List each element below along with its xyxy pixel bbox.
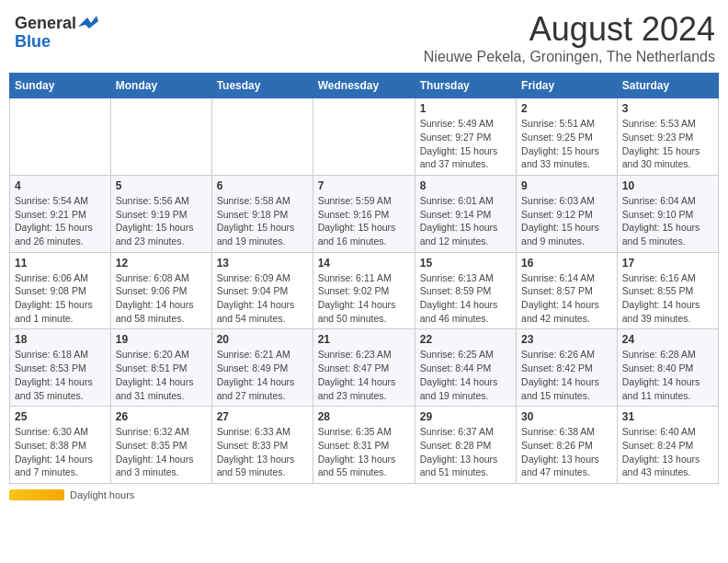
- calendar-cell: 20Sunrise: 6:21 AM Sunset: 8:49 PM Dayli…: [211, 329, 313, 407]
- day-info: Sunrise: 6:16 AM Sunset: 8:55 PM Dayligh…: [622, 271, 713, 326]
- day-number: 15: [420, 257, 511, 270]
- page-subtitle: Nieuwe Pekela, Groningen, The Netherland…: [424, 49, 715, 65]
- day-number: 31: [622, 410, 713, 423]
- title-area: August 2024 Nieuwe Pekela, Groningen, Th…: [424, 9, 719, 65]
- week-row-2: 4Sunrise: 5:54 AM Sunset: 9:21 PM Daylig…: [10, 175, 719, 252]
- calendar-cell: 2Sunrise: 5:51 AM Sunset: 9:25 PM Daylig…: [517, 98, 618, 176]
- calendar-cell: 21Sunrise: 6:23 AM Sunset: 8:47 PM Dayli…: [313, 329, 415, 407]
- calendar-cell: [313, 98, 415, 176]
- day-info: Sunrise: 6:01 AM Sunset: 9:14 PM Dayligh…: [420, 194, 511, 248]
- weekday-header-tuesday: Tuesday: [211, 74, 313, 98]
- calendar-cell: 7Sunrise: 5:59 AM Sunset: 9:16 PM Daylig…: [313, 175, 415, 252]
- calendar-cell: 28Sunrise: 6:35 AM Sunset: 8:31 PM Dayli…: [313, 407, 415, 484]
- day-number: 29: [420, 410, 511, 423]
- day-number: 14: [318, 257, 410, 270]
- day-info: Sunrise: 5:54 AM Sunset: 9:21 PM Dayligh…: [15, 194, 106, 248]
- day-info: Sunrise: 5:51 AM Sunset: 9:25 PM Dayligh…: [521, 117, 612, 171]
- weekday-header-wednesday: Wednesday: [313, 74, 415, 98]
- calendar-cell: 30Sunrise: 6:38 AM Sunset: 8:26 PM Dayli…: [517, 407, 618, 484]
- day-info: Sunrise: 6:40 AM Sunset: 8:24 PM Dayligh…: [622, 425, 713, 479]
- day-info: Sunrise: 6:13 AM Sunset: 8:59 PM Dayligh…: [420, 271, 511, 326]
- calendar-cell: 9Sunrise: 6:03 AM Sunset: 9:12 PM Daylig…: [517, 175, 618, 252]
- day-number: 24: [622, 333, 713, 346]
- day-number: 7: [318, 179, 410, 192]
- calendar-cell: 22Sunrise: 6:25 AM Sunset: 8:44 PM Dayli…: [415, 329, 516, 407]
- week-row-4: 18Sunrise: 6:18 AM Sunset: 8:53 PM Dayli…: [10, 329, 719, 407]
- day-info: Sunrise: 6:21 AM Sunset: 8:49 PM Dayligh…: [217, 348, 308, 402]
- svg-marker-0: [78, 16, 98, 29]
- weekday-header-friday: Friday: [517, 74, 618, 98]
- day-info: Sunrise: 5:56 AM Sunset: 9:19 PM Dayligh…: [116, 194, 207, 248]
- day-info: Sunrise: 6:09 AM Sunset: 9:04 PM Dayligh…: [217, 271, 308, 326]
- weekday-header-sunday: Sunday: [10, 74, 111, 98]
- calendar-cell: 1Sunrise: 5:49 AM Sunset: 9:27 PM Daylig…: [415, 98, 516, 176]
- calendar-cell: 5Sunrise: 5:56 AM Sunset: 9:19 PM Daylig…: [110, 175, 211, 252]
- calendar-cell: 29Sunrise: 6:37 AM Sunset: 8:28 PM Dayli…: [415, 407, 516, 484]
- week-row-1: 1Sunrise: 5:49 AM Sunset: 9:27 PM Daylig…: [10, 98, 719, 176]
- day-info: Sunrise: 6:11 AM Sunset: 9:02 PM Dayligh…: [318, 271, 410, 326]
- logo-blue: Blue: [15, 33, 51, 52]
- day-info: Sunrise: 6:20 AM Sunset: 8:51 PM Dayligh…: [116, 348, 207, 402]
- calendar-cell: 23Sunrise: 6:26 AM Sunset: 8:42 PM Dayli…: [517, 329, 618, 407]
- day-info: Sunrise: 6:08 AM Sunset: 9:06 PM Dayligh…: [116, 271, 207, 326]
- day-number: 8: [420, 179, 511, 192]
- day-info: Sunrise: 6:26 AM Sunset: 8:42 PM Dayligh…: [521, 348, 612, 402]
- day-number: 12: [116, 257, 207, 270]
- day-info: Sunrise: 6:33 AM Sunset: 8:33 PM Dayligh…: [217, 425, 308, 479]
- calendar-cell: 17Sunrise: 6:16 AM Sunset: 8:55 PM Dayli…: [617, 252, 718, 329]
- day-number: 6: [217, 179, 308, 192]
- day-info: Sunrise: 5:53 AM Sunset: 9:23 PM Dayligh…: [622, 117, 713, 171]
- day-number: 27: [217, 410, 308, 423]
- weekday-header-thursday: Thursday: [415, 74, 516, 98]
- weekday-header-row: SundayMondayTuesdayWednesdayThursdayFrid…: [10, 74, 719, 98]
- week-row-3: 11Sunrise: 6:06 AM Sunset: 9:08 PM Dayli…: [10, 252, 719, 329]
- day-info: Sunrise: 6:23 AM Sunset: 8:47 PM Dayligh…: [318, 348, 410, 402]
- calendar-cell: 19Sunrise: 6:20 AM Sunset: 8:51 PM Dayli…: [110, 329, 211, 407]
- day-info: Sunrise: 6:32 AM Sunset: 8:35 PM Dayligh…: [116, 425, 207, 479]
- day-number: 23: [521, 333, 612, 346]
- calendar-cell: 11Sunrise: 6:06 AM Sunset: 9:08 PM Dayli…: [10, 252, 111, 329]
- day-number: 16: [521, 257, 612, 270]
- day-number: 22: [420, 333, 511, 346]
- logo-bird-icon: [78, 16, 98, 30]
- day-number: 11: [15, 257, 106, 270]
- calendar-cell: 12Sunrise: 6:08 AM Sunset: 9:06 PM Dayli…: [110, 252, 211, 329]
- calendar-cell: 16Sunrise: 6:14 AM Sunset: 8:57 PM Dayli…: [517, 252, 618, 329]
- calendar-cell: 25Sunrise: 6:30 AM Sunset: 8:38 PM Dayli…: [10, 407, 111, 484]
- day-number: 2: [521, 102, 612, 115]
- logo: General Blue: [9, 9, 104, 57]
- day-info: Sunrise: 5:58 AM Sunset: 9:18 PM Dayligh…: [217, 194, 308, 248]
- weekday-header-monday: Monday: [110, 74, 211, 98]
- day-number: 21: [318, 333, 410, 346]
- day-info: Sunrise: 6:28 AM Sunset: 8:40 PM Dayligh…: [622, 348, 713, 402]
- day-info: Sunrise: 6:37 AM Sunset: 8:28 PM Dayligh…: [420, 425, 511, 479]
- footer: Daylight hours: [9, 489, 719, 500]
- calendar-cell: 6Sunrise: 5:58 AM Sunset: 9:18 PM Daylig…: [211, 175, 313, 252]
- calendar-cell: 15Sunrise: 6:13 AM Sunset: 8:59 PM Dayli…: [415, 252, 516, 329]
- day-number: 1: [420, 102, 511, 115]
- day-number: 13: [217, 257, 308, 270]
- calendar-cell: 18Sunrise: 6:18 AM Sunset: 8:53 PM Dayli…: [10, 329, 111, 407]
- header: General Blue August 2024 Nieuwe Pekela, …: [9, 9, 719, 65]
- calendar-cell: 27Sunrise: 6:33 AM Sunset: 8:33 PM Dayli…: [211, 407, 313, 484]
- calendar-cell: 14Sunrise: 6:11 AM Sunset: 9:02 PM Dayli…: [313, 252, 415, 329]
- calendar-cell: 4Sunrise: 5:54 AM Sunset: 9:21 PM Daylig…: [10, 175, 111, 252]
- day-number: 3: [622, 102, 713, 115]
- daylight-bar-icon: [9, 489, 64, 500]
- day-info: Sunrise: 6:38 AM Sunset: 8:26 PM Dayligh…: [521, 425, 612, 479]
- day-info: Sunrise: 5:49 AM Sunset: 9:27 PM Dayligh…: [420, 117, 511, 171]
- calendar-cell: [110, 98, 211, 176]
- calendar-cell: 26Sunrise: 6:32 AM Sunset: 8:35 PM Dayli…: [110, 407, 211, 484]
- logo-general: General: [15, 15, 76, 33]
- daylight-label: Daylight hours: [70, 489, 134, 500]
- day-number: 17: [622, 257, 713, 270]
- day-number: 30: [521, 410, 612, 423]
- calendar-cell: 13Sunrise: 6:09 AM Sunset: 9:04 PM Dayli…: [211, 252, 313, 329]
- calendar-cell: [10, 98, 111, 176]
- calendar-cell: 31Sunrise: 6:40 AM Sunset: 8:24 PM Dayli…: [617, 407, 718, 484]
- day-number: 4: [15, 179, 106, 192]
- calendar-cell: 10Sunrise: 6:04 AM Sunset: 9:10 PM Dayli…: [617, 175, 718, 252]
- page-title: August 2024: [424, 9, 715, 49]
- calendar-cell: [211, 98, 313, 176]
- calendar-cell: 8Sunrise: 6:01 AM Sunset: 9:14 PM Daylig…: [415, 175, 516, 252]
